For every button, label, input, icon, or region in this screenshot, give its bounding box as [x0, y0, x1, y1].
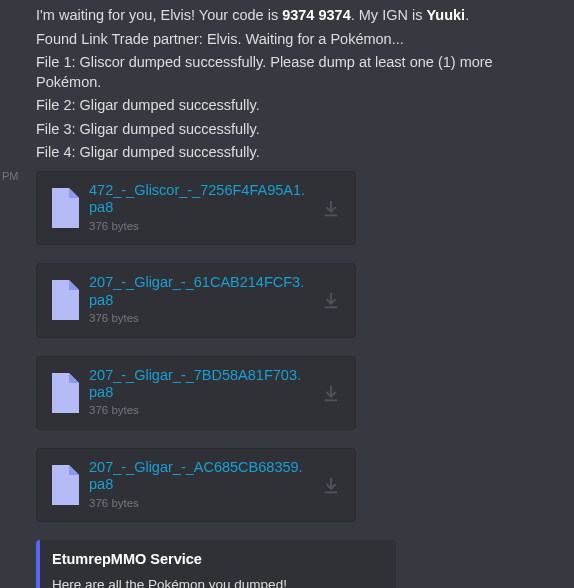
file-size: 376 bytes [89, 403, 309, 419]
file-name-link[interactable]: 207_-_Gligar_-_AC685CB68359.pa8 [89, 459, 309, 494]
message-line: Found Link Trade partner: Elvis. Waiting… [36, 30, 558, 50]
message-line: File 4: Gligar dumped successfully. [36, 143, 558, 163]
file-attachment: 472_-_Gliscor_-_7256F4FA95A1.pa8 376 byt… [36, 171, 356, 245]
file-icon [49, 188, 79, 228]
message-line: File 2: Gligar dumped successfully. [36, 96, 558, 116]
message-line: File 3: Gligar dumped successfully. [36, 120, 558, 140]
file-size: 376 bytes [89, 496, 309, 512]
text-segment: I'm waiting for you, Elvis! Your code is [36, 7, 282, 23]
file-icon [49, 373, 79, 413]
file-meta: 207_-_Gligar_-_7BD58A81F703.pa8 376 byte… [89, 367, 309, 419]
embed-title: EtumrepMMO Service [52, 550, 382, 570]
file-attachment: 207_-_Gligar_-_61CAB214FCF3.pa8 376 byte… [36, 263, 356, 337]
embed-line: Here are all the Pokémon you dumped! [52, 576, 382, 588]
download-icon[interactable] [319, 381, 343, 405]
attachment-list: 472_-_Gliscor_-_7256F4FA95A1.pa8 376 byt… [36, 171, 558, 522]
message-timestamp: PM [2, 169, 19, 184]
file-attachment: 207_-_Gligar_-_AC685CB68359.pa8 376 byte… [36, 448, 356, 522]
file-meta: 207_-_Gligar_-_AC685CB68359.pa8 376 byte… [89, 459, 309, 511]
text-segment: . [465, 7, 469, 23]
file-meta: 207_-_Gligar_-_61CAB214FCF3.pa8 376 byte… [89, 274, 309, 326]
download-icon[interactable] [319, 288, 343, 312]
file-name-link[interactable]: 207_-_Gligar_-_61CAB214FCF3.pa8 [89, 274, 309, 309]
download-icon[interactable] [319, 196, 343, 220]
embed-card: EtumrepMMO Service Here are all the Poké… [36, 540, 396, 588]
file-name-link[interactable]: 472_-_Gliscor_-_7256F4FA95A1.pa8 [89, 182, 309, 217]
text-segment: . My IGN is [351, 7, 427, 23]
embed-description: Here are all the Pokémon you dumped! Wou… [52, 576, 382, 588]
file-attachment: 207_-_Gligar_-_7BD58A81F703.pa8 376 byte… [36, 356, 356, 430]
ign-name: Yuuki [426, 7, 465, 23]
file-name-link[interactable]: 207_-_Gligar_-_7BD58A81F703.pa8 [89, 367, 309, 402]
file-meta: 472_-_Gliscor_-_7256F4FA95A1.pa8 376 byt… [89, 182, 309, 234]
message-line: I'm waiting for you, Elvis! Your code is… [36, 6, 558, 26]
file-icon [49, 465, 79, 505]
download-icon[interactable] [319, 473, 343, 497]
file-size: 376 bytes [89, 219, 309, 235]
message-line: File 1: Gliscor dumped successfully. Ple… [36, 53, 558, 92]
file-size: 376 bytes [89, 311, 309, 327]
file-icon [49, 280, 79, 320]
trade-code: 9374 9374 [282, 7, 351, 23]
message-content: I'm waiting for you, Elvis! Your code is… [0, 0, 574, 588]
